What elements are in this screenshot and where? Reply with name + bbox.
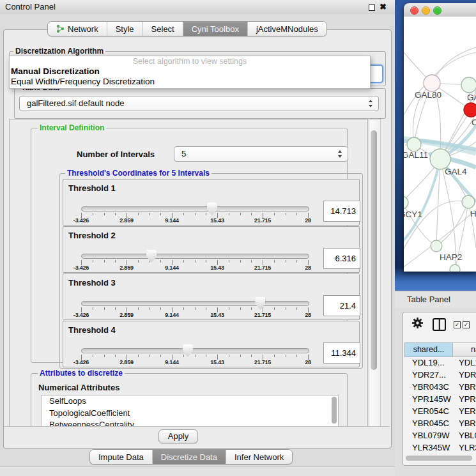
number-of-intervals-combobox[interactable]: 5 [174, 146, 348, 162]
tab-label: Select [151, 24, 174, 34]
table-data-combobox[interactable]: galFiltered.sif default node [19, 96, 379, 111]
slider-tick [229, 355, 229, 357]
cell-name: YBR0 [459, 417, 476, 429]
table-row[interactable]: YDL19...YDL1 [403, 357, 476, 369]
column-layout-icon[interactable] [433, 318, 446, 331]
slider-thumb[interactable] [183, 344, 193, 357]
table-row[interactable]: YDR27...YDR2 [403, 369, 476, 381]
cell-name: YBR0 [459, 381, 476, 393]
slider-thumb[interactable] [146, 250, 157, 263]
threshold-label: Threshold 3 [68, 278, 116, 288]
threshold-row: Threshold 2-3.4262.8599.14415.4321.71528… [63, 226, 360, 273]
slider-tick [296, 355, 297, 357]
slider-track[interactable] [81, 301, 309, 306]
tab-select[interactable]: Select [142, 22, 183, 36]
tab-infer-network[interactable]: Infer Network [226, 450, 292, 464]
numerical-attributes-label: Numerical Attributes [38, 383, 119, 392]
horizontal-scrollbar-thumb[interactable] [406, 456, 472, 461]
gear-icon[interactable] [411, 317, 424, 329]
slider-tick [93, 260, 93, 263]
close-traffic-light[interactable] [410, 6, 418, 15]
threshold-value-field[interactable]: 6.316 [323, 248, 360, 269]
table-row[interactable]: YBR043CYBR0 [403, 381, 476, 393]
cell-shared-name: YER054C [412, 405, 449, 417]
slider-tick [183, 260, 184, 263]
table-row[interactable]: YBR045CYBR0 [403, 417, 476, 429]
slider-tick [138, 355, 139, 357]
slider-tick [115, 355, 116, 357]
slider-tick [183, 307, 184, 310]
float-window-icon[interactable] [369, 4, 375, 11]
column-header-shared[interactable]: shared... [404, 342, 453, 357]
network-node-gal80[interactable] [424, 75, 440, 91]
slider-tick [150, 307, 150, 310]
interval-definition-group: Interval Definition Number of Intervals … [31, 128, 348, 363]
network-canvas[interactable]: GAL80GACGAL11GAL4GCY1HHAP2 [404, 17, 476, 272]
network-node-hap2[interactable] [431, 240, 442, 252]
threshold-value-field[interactable]: 11.344 [323, 342, 360, 364]
tab-style[interactable]: Style [107, 22, 142, 36]
slider-tick [240, 260, 241, 263]
tab-jactivemnodules[interactable]: jActiveMNodules [247, 22, 326, 36]
horizontal-scrollbar[interactable] [403, 454, 476, 463]
cell-name: YDL1 [459, 357, 476, 369]
network-node-gcy1[interactable] [404, 196, 408, 209]
slider-tick [115, 213, 116, 215]
slider-tick [160, 355, 161, 357]
network-edge [436, 202, 468, 246]
slider-thumb[interactable] [207, 203, 217, 215]
tab-discretize-data[interactable]: Discretize Data [152, 450, 226, 464]
checkbox-icon[interactable]: ✓ [454, 321, 461, 328]
slider-track[interactable] [81, 348, 309, 353]
threshold-value-field[interactable]: 14.713 [323, 201, 360, 222]
slider-track[interactable] [81, 206, 309, 211]
tab-label: Discretize Data [161, 452, 217, 462]
slider-tick [251, 307, 252, 310]
axis-tick-label: 9.144 [153, 217, 191, 224]
attribute-list-item[interactable]: TopologicalCoefficient [42, 408, 338, 420]
network-node-h[interactable] [462, 196, 475, 208]
column-header-name[interactable]: na [452, 342, 476, 357]
slider-tick [104, 355, 105, 357]
slider-tick [296, 307, 297, 310]
slider-tick [104, 260, 105, 263]
minimize-traffic-light[interactable] [422, 6, 430, 15]
slider-tick [229, 260, 229, 263]
table-row[interactable]: YBL079WYBL0 [403, 429, 476, 441]
network-node-ga[interactable] [461, 77, 476, 93]
checkbox-icon[interactable]: ✓ [463, 321, 470, 328]
apply-button[interactable]: Apply [158, 429, 198, 443]
main-scrollbar[interactable] [369, 119, 381, 427]
dropdown-option-equal-width-frequency-discretization[interactable]: Equal Width/Frequency Discretization [10, 77, 370, 87]
network-view-window[interactable]: GAL80GACGAL11GAL4GCY1HHAP2 [404, 3, 476, 272]
cyni-mode-tabbar: Impute DataDiscretize DataInfer Network [89, 449, 293, 464]
slider-tick [274, 260, 275, 263]
main-scrollbar-thumb[interactable] [371, 130, 377, 370]
slider-track[interactable] [81, 254, 309, 259]
network-window-titlebar[interactable] [404, 3, 476, 17]
network-node-gal11[interactable] [407, 137, 421, 151]
slider-tick [274, 213, 275, 215]
slider-thumb[interactable] [255, 297, 265, 310]
threshold-value-field[interactable]: 21.4 [323, 295, 360, 316]
table-row[interactable]: YLR345WYLR3 [403, 441, 476, 454]
attribute-list-item[interactable]: SelfLoops [42, 395, 338, 408]
network-node[interactable] [450, 265, 460, 272]
interval-definition-label: Interval Definition [38, 124, 106, 132]
axis-tick-label: 21.715 [243, 265, 282, 271]
network-node-c[interactable] [464, 103, 476, 117]
list-scrollbar-thumb[interactable] [332, 397, 337, 424]
dropdown-option-manual-discretization[interactable]: Manual Discretization [10, 66, 370, 77]
close-icon[interactable]: ✖ [380, 2, 387, 12]
table-row[interactable]: YPR145WYPR1 [403, 393, 476, 405]
tab-cyni-toolbox[interactable]: Cyni Toolbox [183, 22, 247, 36]
zoom-traffic-light[interactable] [433, 6, 441, 15]
table-row[interactable]: YER054CYER0 [403, 405, 476, 417]
axis-tick-label: -3.426 [62, 359, 100, 365]
number-of-intervals-label: Number of Intervals [77, 150, 155, 159]
tab-network[interactable]: Network [48, 22, 107, 36]
table-header-row: shared... na [403, 342, 476, 357]
tab-impute-data[interactable]: Impute Data [90, 450, 152, 464]
slider-tick [286, 307, 286, 310]
slider-tick [229, 213, 229, 215]
